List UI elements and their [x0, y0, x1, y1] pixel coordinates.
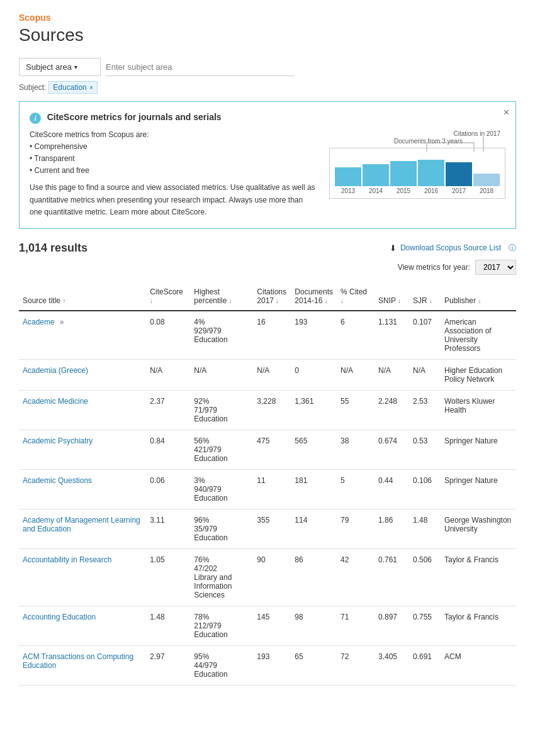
cell-source-title[interactable]: Academe»: [19, 311, 146, 360]
cell-sjr: N/A: [409, 359, 441, 390]
subject-tag-close-icon[interactable]: ×: [89, 84, 93, 91]
info-box-text: CiteScore metrics from Scopus are: • Com…: [30, 129, 317, 218]
snip-sort-icon: ↓: [398, 297, 401, 304]
cell-citations: 355: [253, 509, 291, 548]
subject-tag-text: Education: [53, 83, 86, 92]
chart-label-2013: 2013: [335, 187, 361, 194]
chart-bars: [335, 155, 500, 186]
cell-highest-percentile: 78%212/979Education: [190, 606, 253, 645]
cell-sjr: 1.48: [409, 509, 441, 548]
cell-snip: 2.248: [374, 390, 409, 430]
cell-source-title[interactable]: Accountability in Research: [19, 548, 146, 606]
cell-publisher: Taylor & Francis: [441, 606, 516, 645]
cell-publisher: Springer Nature: [441, 469, 516, 509]
cell-citations: 475: [253, 430, 291, 469]
table-row: ACM Transactions on Computing Education …: [19, 645, 516, 685]
cell-publisher: Taylor & Francis: [441, 548, 516, 606]
pct-cited-sort-icon: ↓: [341, 297, 344, 304]
cell-pct-cited: 79: [337, 509, 374, 548]
bar-2017: [446, 162, 472, 186]
chart-label-2016: 2016: [418, 187, 444, 194]
cell-sjr: 0.106: [409, 469, 441, 509]
cell-highest-percentile: 95%44/979Education: [190, 645, 253, 685]
cell-highest-percentile: 76%47/202Library and Information Science…: [190, 548, 253, 606]
cell-sjr: 0.107: [409, 311, 441, 360]
citations-sort-icon: ↓: [276, 297, 279, 304]
info-box-close-icon[interactable]: ×: [504, 107, 509, 118]
cell-snip: 1.86: [374, 509, 409, 548]
brand-title: Scopus: [19, 13, 516, 23]
header-sjr[interactable]: SJR ↓: [409, 282, 441, 311]
header-snip[interactable]: SNIP ↓: [374, 282, 409, 311]
cell-snip: 0.44: [374, 469, 409, 509]
chart-label-2015: 2015: [390, 187, 417, 194]
cell-publisher: Springer Nature: [441, 430, 516, 469]
results-header: 1,014 results ⬇ Download Scopus Source L…: [19, 242, 516, 255]
cell-source-title[interactable]: Academic Questions: [19, 469, 146, 509]
header-documents[interactable]: Documents 2014-16 ↓: [291, 282, 337, 311]
cell-source-title[interactable]: Academic Medicine: [19, 390, 146, 430]
cell-documents: 0: [291, 359, 337, 390]
header-pct-cited[interactable]: % Cited ↓: [337, 282, 374, 311]
cell-publisher: George Washington University: [441, 509, 516, 548]
cell-source-title[interactable]: Academy of Management Learning and Educa…: [19, 509, 146, 548]
info-desc-line-2: • Comprehensive: [30, 141, 317, 153]
table-row: Academia (Greece) N/A N/A N/A 0 N/A N/A …: [19, 359, 516, 390]
cell-citations: 193: [253, 645, 291, 685]
cell-source-title[interactable]: Academia (Greece): [19, 359, 146, 390]
cell-citescore: 3.11: [146, 509, 190, 548]
cell-publisher: Wolters Kluwer Health: [441, 390, 516, 430]
info-circle-icon[interactable]: ⓘ: [509, 243, 516, 253]
header-highest-percentile[interactable]: Highest percentile ↓: [190, 282, 253, 311]
citescore-sort-icon: ↓: [150, 297, 153, 304]
header-citations[interactable]: Citations 2017 ↓: [253, 282, 291, 311]
cell-pct-cited: 71: [337, 606, 374, 645]
cell-citescore: 1.05: [146, 548, 190, 606]
header-publisher[interactable]: Publisher ↓: [441, 282, 516, 311]
cell-snip: 3.405: [374, 645, 409, 685]
view-metrics-label: View metrics for year:: [398, 263, 470, 272]
chevron-down-icon: ▾: [74, 64, 77, 70]
cell-source-title[interactable]: Accounting Education: [19, 606, 146, 645]
subject-area-label: Subject area: [26, 62, 72, 72]
subject-label: Subject:: [19, 83, 46, 92]
cell-citations: 90: [253, 548, 291, 606]
cell-pct-cited: 55: [337, 390, 374, 430]
cell-pct-cited: 6: [337, 311, 374, 360]
sort-asc-icon: ↑: [62, 297, 65, 304]
expand-icon: »: [60, 318, 64, 326]
cell-source-title[interactable]: Academic Psychiatry: [19, 430, 146, 469]
cell-citescore: 1.48: [146, 606, 190, 645]
cell-publisher: Higher Education Policy Network: [441, 359, 516, 390]
cell-pct-cited: 38: [337, 430, 374, 469]
table-row: Academy of Management Learning and Educa…: [19, 509, 516, 548]
subject-tag-row: Subject: Education ×: [19, 81, 516, 94]
header-source-title[interactable]: Source title ↑: [19, 282, 146, 311]
cell-citescore: 0.08: [146, 311, 190, 360]
cell-sjr: 2.53: [409, 390, 441, 430]
publisher-sort-icon: ↓: [478, 297, 481, 304]
cell-documents: 86: [291, 548, 337, 606]
cell-pct-cited: N/A: [337, 359, 374, 390]
bar-2016: [418, 160, 444, 186]
cell-snip: 0.897: [374, 606, 409, 645]
cell-sjr: 0.53: [409, 430, 441, 469]
subject-area-input[interactable]: [106, 58, 295, 76]
cell-documents: 65: [291, 645, 337, 685]
year-select[interactable]: 2017 2016 2015: [475, 260, 516, 275]
table-header-row: Source title ↑ CiteScore ↓ Highest perce…: [19, 282, 516, 311]
cell-publisher: American Association of University Profe…: [441, 311, 516, 360]
subject-area-dropdown[interactable]: Subject area ▾: [19, 58, 101, 76]
highest-sort-icon: ↓: [229, 297, 232, 304]
info-desc-line-4: • Current and free: [30, 165, 317, 177]
cell-pct-cited: 42: [337, 548, 374, 606]
chart-label-2017: 2017: [446, 187, 472, 194]
info-chart: Documents from 3 years Citations in 2017: [329, 129, 505, 218]
cell-citescore: 2.37: [146, 390, 190, 430]
table-row: Academic Medicine 2.37 92%71/979Educatio…: [19, 390, 516, 430]
header-citescore[interactable]: CiteScore ↓: [146, 282, 190, 311]
download-button[interactable]: Download Scopus Source List: [400, 243, 501, 252]
cell-sjr: 0.755: [409, 606, 441, 645]
info-desc-line-3: • Transparent: [30, 153, 317, 165]
cell-source-title[interactable]: ACM Transactions on Computing Education: [19, 645, 146, 685]
